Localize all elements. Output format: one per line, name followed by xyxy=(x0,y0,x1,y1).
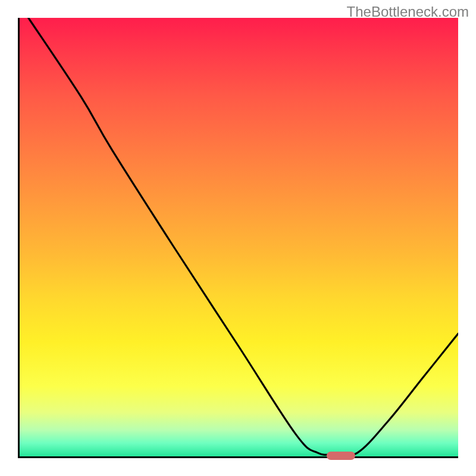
plot-area xyxy=(18,18,458,458)
optimal-marker xyxy=(327,452,355,460)
gradient-background xyxy=(20,18,458,456)
bottleneck-chart: TheBottleneck.com xyxy=(0,0,476,476)
